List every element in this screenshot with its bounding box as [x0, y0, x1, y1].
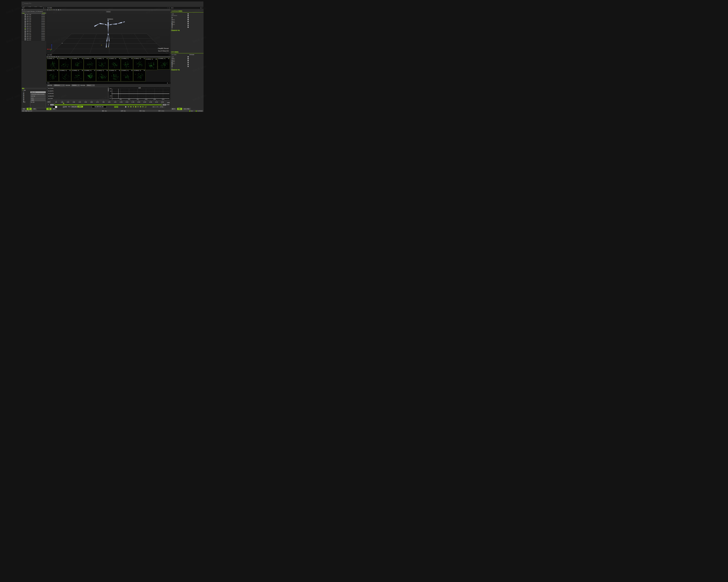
- background-color-swatch-white[interactable]: [55, 106, 57, 108]
- auto-increment-button[interactable]: 自动+1: [77, 106, 83, 108]
- skip-end-icon[interactable]: [142, 106, 144, 108]
- take-row[interactable]: Take_0082D&3D: [21, 17, 46, 19]
- role-name-dropdown[interactable]: Skeleton▾: [71, 84, 80, 86]
- tab-left-大纲[interactable]: 大纲: [32, 108, 37, 110]
- take-row[interactable]: Take_0092D&3D: [21, 19, 46, 21]
- project-panel-header[interactable]: 项目 ▣ ✕: [21, 7, 46, 9]
- zoom-select-icon[interactable]: ⊡: [51, 56, 53, 58]
- marker-list-item[interactable]: M-LBHIP1: [48, 90, 108, 92]
- layout-list-icon[interactable]: ≡: [167, 7, 168, 9]
- move-icon[interactable]: +: [51, 9, 52, 10]
- pause-icon[interactable]: [135, 106, 136, 108]
- camera-tile[interactable]: 11110037[ 0]39: [121, 70, 133, 81]
- notes-textarea[interactable]: My take: [30, 101, 46, 108]
- camera-panel-header[interactable]: 相机视图 ✕: [47, 54, 171, 56]
- add-folder-icon[interactable]: ⊞: [22, 9, 23, 10]
- interface-panel-header[interactable]: 接口 ▣ ✕: [171, 7, 204, 9]
- range-handle-right[interactable]: [161, 104, 162, 106]
- marker-list[interactable]: M-LFHIP0M-LBHIP1M-RFHIP2M-RBHIP3M-FHIP4: [47, 87, 108, 100]
- marker-list-item[interactable]: M-RFHIP2: [48, 92, 108, 95]
- take-row[interactable]: Take_0142D&3D: [21, 27, 46, 29]
- rotate-icon[interactable]: ↻: [54, 9, 55, 10]
- tab-right-接口[interactable]: 接口: [177, 108, 182, 110]
- camera-tile[interactable]: 11110065[ 0]51: [158, 58, 170, 70]
- close-icon[interactable]: ✕: [45, 7, 46, 9]
- take-row[interactable]: Take_0162D&3D: [21, 31, 46, 32]
- camera-tile[interactable]: 11110041[ 0]41: [133, 58, 146, 70]
- checkbox-unchecked[interactable]: [187, 15, 189, 17]
- take-table-header[interactable]: Take 2D/3D: [21, 12, 46, 14]
- shield-check-icon[interactable]: ◈: [54, 56, 55, 58]
- zoom-icon[interactable]: ⊙: [49, 56, 50, 58]
- take-row[interactable]: Take_0122D&3D: [21, 24, 46, 26]
- camera-tile[interactable]: 11110055[ 0]42: [71, 58, 84, 70]
- tab-left-项目[interactable]: 项目: [27, 108, 32, 110]
- vrpn-name-value[interactable]: MCAvatar: [189, 54, 194, 55]
- dock-icon[interactable]: ▣: [43, 7, 44, 9]
- tab-left-系统[interactable]: 系统: [21, 108, 26, 110]
- take-row[interactable]: Take_0072D&3D: [21, 16, 46, 18]
- take-row[interactable]: Take_0182D&3D: [21, 34, 46, 36]
- toggle-3d-icon[interactable]: [116, 106, 118, 108]
- take-row[interactable]: Take_0192D&3D: [21, 36, 46, 37]
- close-icon[interactable]: ✕: [169, 82, 170, 84]
- range-end-box[interactable]: 16884: [163, 104, 166, 106]
- take-select-box[interactable]: Take_022: [71, 106, 78, 108]
- close-icon[interactable]: ✕: [169, 54, 170, 56]
- checkbox-unchecked[interactable]: [187, 58, 189, 60]
- tripod-icon[interactable]: △: [47, 56, 48, 58]
- export-list-icon[interactable]: ≡: [24, 9, 25, 10]
- checkbox-unchecked[interactable]: [187, 60, 189, 61]
- checkbox-checked[interactable]: [187, 64, 189, 65]
- camera-tile[interactable]: 11110053[ 0]42: [108, 70, 121, 81]
- checkbox-checked[interactable]: [187, 23, 189, 24]
- property-value-field[interactable]: 16885: [30, 99, 46, 101]
- checkbox-checked[interactable]: [187, 25, 189, 26]
- camera-tile[interactable]: 11110031[ 0]31: [59, 58, 71, 70]
- scene-viewport[interactable]: Replay Skeleton1 ChingMU Directed Body:0…: [47, 11, 171, 54]
- checkbox-checked[interactable]: [187, 65, 189, 67]
- cube-icon[interactable]: ▢: [49, 9, 51, 10]
- take-row[interactable]: Take_0112D&3D: [21, 22, 46, 24]
- target-icon[interactable]: ◉: [58, 9, 59, 10]
- dock-icon[interactable]: ▣: [200, 7, 202, 9]
- take-row[interactable]: Take_0152D&3D: [21, 29, 46, 31]
- property-value-field[interactable]: 1:20:00.00-14:53:41:119.00: [30, 93, 46, 95]
- camera-tile[interactable]: 11110054[ 0]40: [47, 70, 59, 81]
- tab-right-重定向[interactable]: 重定向: [171, 108, 177, 110]
- take-row[interactable]: Take_0172D&3D: [21, 32, 46, 34]
- rewind-icon[interactable]: [130, 106, 132, 108]
- tab-center-曲线[interactable]: 曲线: [52, 108, 57, 110]
- take-row[interactable]: Take_0132D&3D: [21, 26, 46, 28]
- camera-tile[interactable]: 11110023[ 0]40: [133, 70, 146, 81]
- camera-tile[interactable]: 11110040[ 0]36: [84, 58, 96, 70]
- camera-icon[interactable]: ◎: [47, 9, 48, 10]
- close-icon[interactable]: ✕: [202, 7, 203, 9]
- checkbox-checked[interactable]: [187, 13, 189, 15]
- range-handle-left[interactable]: [54, 104, 55, 106]
- camera-tile[interactable]: 11110059[ 0]39: [121, 58, 133, 70]
- skip-start-icon[interactable]: [127, 106, 129, 108]
- scene-panel-header[interactable]: 场景视图 ≡ ⊞: [47, 7, 171, 9]
- camera-tile[interactable]: 11110056[ 0]87: [84, 70, 96, 81]
- take-row[interactable]: Take_0102D&3D: [21, 21, 46, 22]
- body-name-dropdown[interactable]: Body_0▾: [86, 84, 95, 86]
- loop-icon[interactable]: [145, 106, 147, 108]
- take-row[interactable]: Take_0202D&3D: [21, 37, 46, 39]
- marker-x-icon[interactable]: ✕: [58, 56, 59, 58]
- camera-tile[interactable]: 11110061[ 0]41: [96, 58, 108, 70]
- layout-grid-icon[interactable]: ⊞: [169, 7, 170, 9]
- range-track[interactable]: [54, 105, 162, 105]
- screenshot-icon[interactable]: ⊡: [56, 9, 57, 10]
- shield-x-icon[interactable]: ⊘: [56, 56, 57, 58]
- camera-tile[interactable]: 11110063[ 0]29: [71, 70, 84, 81]
- screen-checkbox[interactable]: [63, 106, 64, 108]
- marker-list-item[interactable]: M-RBHIP3: [48, 95, 108, 98]
- range-start-box[interactable]: 0: [50, 104, 54, 106]
- curve-icon[interactable]: S: [60, 9, 61, 10]
- camera-tile[interactable]: 11110029[ 0]38: [47, 58, 59, 70]
- property-value-name[interactable]: Take_014: [30, 91, 46, 93]
- camera-tile[interactable]: 11110022[ 0]66: [145, 58, 157, 70]
- checkbox-unchecked[interactable]: [187, 17, 189, 19]
- restore-icon[interactable]: ▣: [167, 82, 168, 84]
